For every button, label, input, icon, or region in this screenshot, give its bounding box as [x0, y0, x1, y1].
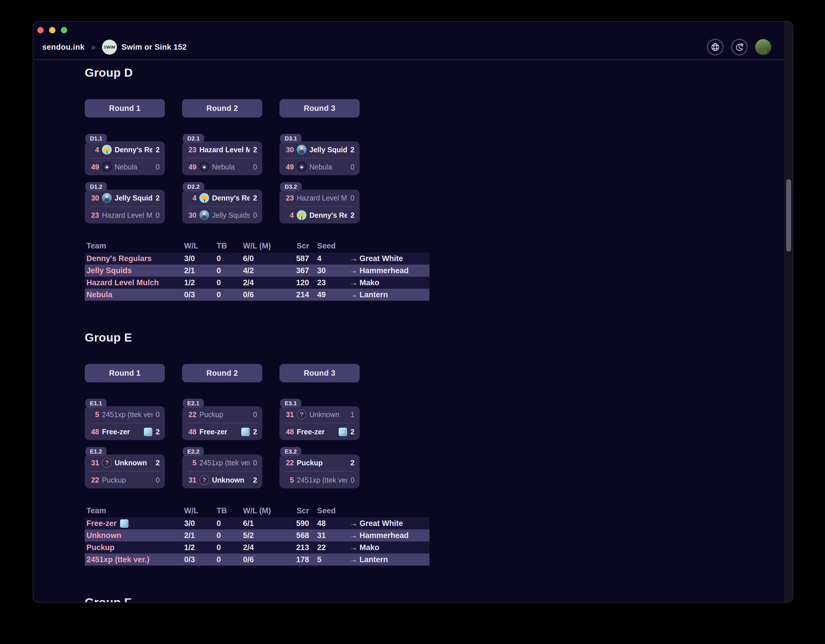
- team-score: 2: [155, 428, 160, 436]
- standings-row: Unknown2/105/256831→ Hammerhead: [85, 530, 429, 542]
- team-avatar-dennys-icon: [199, 193, 209, 203]
- team-seed: 4: [285, 211, 294, 219]
- match-card-link[interactable]: 52451xp (ttek ver.)031Unknown2: [182, 454, 262, 488]
- score-cell: 590: [286, 519, 309, 528]
- destination-bracket-cell: → Lantern: [348, 290, 429, 299]
- team-link[interactable]: Nebula: [87, 290, 112, 299]
- match: D2.123Hazard Level M…249Nebula0: [182, 134, 262, 175]
- wl-maps-cell: 0/6: [241, 290, 286, 299]
- round-tab-button[interactable]: Round 3: [280, 364, 360, 382]
- team-link[interactable]: Denny's Regulars: [87, 254, 152, 263]
- destination-bracket-cell: → Great White: [348, 254, 429, 263]
- team-name: Free-zer: [102, 428, 141, 436]
- match: D3.130Jelly Squids249Nebula0: [280, 134, 360, 175]
- team-link[interactable]: 2451xp (ttek ver.): [87, 555, 149, 564]
- standings-table: TeamW/LTBW/L (M)ScrSeedDenny's Regulars3…: [85, 241, 429, 301]
- group-section: Group F: [85, 595, 793, 602]
- match-card-link[interactable]: 52451xp (ttek ver.)048Free-zer2: [85, 406, 165, 440]
- user-avatar-button[interactable]: [755, 39, 771, 55]
- team-avatar-unknown-icon: [297, 409, 306, 419]
- tb-cell: 0: [215, 543, 241, 552]
- column-header: W/L (M): [241, 242, 286, 250]
- team-seed: 49: [90, 163, 99, 171]
- window-titlebar: sendou.ink » SWIM Swim or Sink 152: [33, 22, 793, 60]
- wl-maps-cell: 6/0: [241, 254, 286, 263]
- match-card-link[interactable]: 31Unknown148Free-zer2: [280, 406, 360, 440]
- column-header: Seed: [309, 507, 348, 515]
- destination-bracket-cell: → Hammerhead: [348, 531, 429, 540]
- round-tab-button[interactable]: Round 1: [85, 99, 165, 117]
- match-id-badge: E3.1: [280, 399, 301, 408]
- destination-bracket-cell: → Mako: [348, 278, 429, 287]
- match-card-link[interactable]: 30Jelly Squids223Hazard Level M…0: [85, 190, 165, 224]
- team-link[interactable]: Hazard Level Mulch: [87, 278, 159, 287]
- team-link[interactable]: Puckup: [87, 543, 114, 552]
- match: E3.131Unknown148Free-zer2: [280, 399, 360, 440]
- match-card-link[interactable]: 22Puckup252451xp (ttek ver.)0: [280, 454, 360, 488]
- match-team-row: 4Denny's Re…2: [285, 207, 354, 224]
- round-tab-button[interactable]: Round 2: [182, 364, 262, 382]
- match-team-row: 4Denny's Re…2: [187, 190, 257, 206]
- match-team-row: 52451xp (ttek ver.)0: [90, 406, 160, 423]
- wl-cell: 2/1: [182, 531, 215, 540]
- match-team-row: 49Nebula0: [90, 159, 160, 175]
- match-id-badge: D3.1: [280, 134, 301, 143]
- column-header: W/L: [182, 507, 215, 515]
- column-header: Scr: [286, 242, 309, 250]
- match-card-link[interactable]: 23Hazard Level M…249Nebula0: [182, 141, 262, 175]
- minimize-window-button[interactable]: [49, 27, 56, 33]
- tb-cell: 0: [215, 290, 241, 299]
- destination-bracket-cell: → Mako: [348, 543, 429, 552]
- round-tab-button[interactable]: Round 3: [280, 99, 360, 117]
- maximize-window-button[interactable]: [61, 27, 67, 33]
- scrollbar-thumb[interactable]: [786, 179, 791, 252]
- match: E2.122Puckup048Free-zer2: [182, 399, 262, 440]
- theme-toggle-button[interactable]: [731, 39, 748, 56]
- score-cell: 213: [286, 543, 309, 552]
- team-avatar-unknown-icon: [199, 475, 209, 485]
- team-score: 0: [155, 211, 160, 219]
- seed-cell: 22: [309, 543, 348, 552]
- match-team-row: 31Unknown1: [285, 406, 354, 423]
- match-card-link[interactable]: 23Hazard Level M…04Denny's Re…2: [280, 190, 360, 224]
- round-tab-button[interactable]: Round 1: [85, 364, 165, 382]
- tournament-title-link[interactable]: Swim or Sink 152: [122, 43, 187, 52]
- language-globe-button[interactable]: [707, 39, 724, 56]
- site-home-link[interactable]: sendou.ink: [42, 43, 85, 52]
- team-name: Puckup: [297, 459, 347, 467]
- match: E3.222Puckup252451xp (ttek ver.)0: [280, 447, 360, 488]
- team-link[interactable]: Free-zer: [87, 519, 117, 528]
- wl-cell: 1/2: [182, 543, 215, 552]
- wl-maps-cell: 0/6: [241, 555, 286, 564]
- match: D2.24Denny's Re…230Jelly Squids0: [182, 182, 262, 224]
- team-avatar-dennys-icon: [297, 210, 306, 220]
- match-card-link[interactable]: 4Denny's Re…249Nebula0: [85, 141, 165, 175]
- team-avatar-jelly-icon: [199, 210, 209, 220]
- team-link[interactable]: Unknown: [87, 531, 122, 540]
- team-seed: 48: [187, 428, 196, 436]
- score-cell: 178: [286, 555, 309, 564]
- match-card-link[interactable]: 31Unknown222Puckup0: [85, 454, 165, 488]
- wl-maps-cell: 5/2: [241, 531, 286, 540]
- wl-cell: 3/0: [182, 254, 215, 263]
- match: E1.231Unknown222Puckup0: [85, 447, 165, 488]
- standings-row: Hazard Level Mulch1/202/412023→ Mako: [85, 276, 429, 289]
- team-seed: 22: [285, 459, 294, 467]
- match-card-link[interactable]: 30Jelly Squids249Nebula0: [280, 141, 360, 175]
- column-header: W/L: [182, 242, 215, 250]
- team-link[interactable]: Jelly Squids: [87, 266, 132, 275]
- moon-sun-icon: [735, 43, 744, 52]
- round-tab-button[interactable]: Round 2: [182, 99, 262, 117]
- team-name: Denny's Re…: [309, 211, 347, 219]
- standings-row: Nebula0/300/621449→ Lantern: [85, 289, 429, 301]
- match-card-link[interactable]: 4Denny's Re…230Jelly Squids0: [182, 190, 262, 224]
- close-window-button[interactable]: [37, 27, 44, 33]
- ice-cube-icon: [144, 428, 152, 436]
- team-name: Puckup: [102, 476, 152, 484]
- tournament-logo[interactable]: SWIM: [102, 40, 117, 54]
- match-card-link[interactable]: 22Puckup048Free-zer2: [182, 406, 262, 440]
- team-name: Unknown: [212, 476, 250, 484]
- team-seed: 22: [90, 476, 99, 484]
- team-score: 0: [252, 211, 257, 219]
- team-seed: 5: [90, 411, 99, 419]
